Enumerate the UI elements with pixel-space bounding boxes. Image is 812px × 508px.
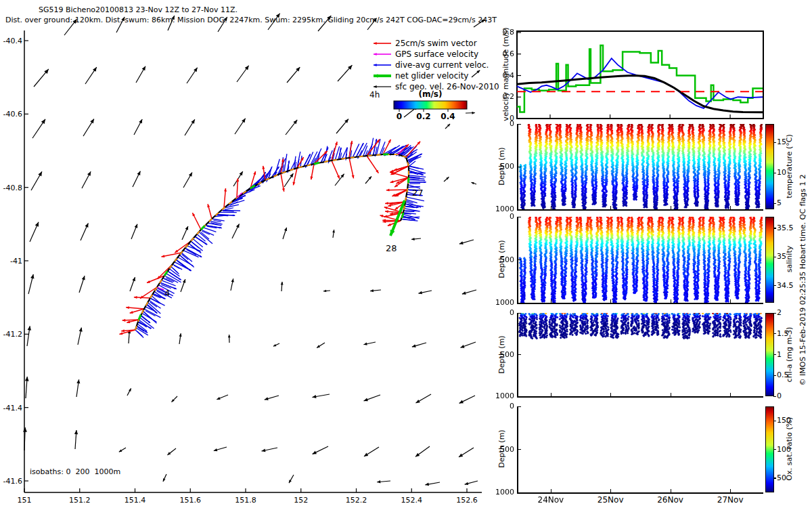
net-glider-velocity-arrow: [390, 200, 405, 236]
temperature-ytick-label: 500: [487, 162, 514, 171]
map-xtick-label: 151.4: [122, 496, 149, 505]
legend-colorbar-tick: 0.4: [441, 112, 455, 121]
oxygen-colorbar-tick: [773, 449, 776, 450]
date-tick-label: 27Nov: [710, 495, 750, 505]
dive-number-label: 27: [412, 188, 424, 198]
oxygen-ytick-label: 0: [487, 402, 514, 410]
date-tick-label: 25Nov: [590, 495, 631, 505]
velocity-chart: [516, 30, 764, 119]
temperature-colorbar-tick-label: 15: [777, 137, 800, 146]
chl-colorbar-tick: [773, 354, 776, 355]
temperature-xtick: [671, 206, 671, 209]
salinity-ytick-label: 0: [487, 212, 514, 221]
salinity-colorbar-tick: [773, 257, 776, 257]
legend-item-label: GPS surface velocity: [395, 49, 478, 59]
legend-colorbar-title: (m/s): [419, 89, 443, 99]
temperature-xtick: [551, 206, 551, 209]
chl-ytick: [518, 313, 521, 314]
velocity-series-dive-avg-current-velocity: [517, 58, 763, 108]
temperature-colorbar-tick-label: 5: [777, 198, 800, 207]
velocity-ytick-label: 0.6: [498, 49, 514, 58]
salinity-xtick: [551, 299, 551, 303]
legend-item-label: sfc geo. vel. 26-Nov-2010: [395, 82, 499, 91]
velocity-ytick-label: 0.4: [498, 71, 514, 80]
chl-colorbar-tick-label: 0.5: [777, 371, 800, 379]
map-xtick-label: 151.2: [66, 496, 93, 505]
salinity-ytick: [518, 217, 521, 217]
temperature-profile-canvas: [518, 124, 763, 209]
map-ytick-label: -40.4: [0, 37, 22, 45]
temperature-colorbar-tick: [773, 173, 776, 173]
map-xtick-label: 151.6: [177, 496, 204, 505]
dive-avg-current-arrows: [135, 138, 426, 338]
legend-item-label: net glider velocity: [395, 71, 468, 81]
salinity-ytick: [518, 303, 521, 303]
chl-colorbar-tick: [773, 333, 776, 334]
oxygen-colorbar-tick: [773, 478, 776, 478]
salinity-colorbar-tick-label: 35.5: [777, 224, 800, 232]
salinity-colorbar-tick: [773, 285, 776, 286]
map-panel: 2728425cm/s swim vectorGPS surface veloc…: [0, 0, 514, 508]
temperature-ytick: [518, 209, 521, 210]
legend-time-label: 4h: [369, 90, 380, 100]
chl-ytick-label: 1000: [487, 391, 514, 400]
salinity-colorbar-tick-label: 34.5: [777, 281, 800, 290]
salinity-colorbar-tick: [773, 228, 776, 228]
salinity-xtick: [610, 299, 611, 303]
chl-colorbar-tick-label: 0: [777, 391, 800, 400]
chl-colorbar-tick-label: 1: [777, 350, 800, 359]
date-tick-label: 24Nov: [531, 495, 571, 505]
chl-colorbar-tick-label: 1.5: [777, 329, 800, 338]
chl-ytick-label: 0: [487, 308, 514, 317]
map-ytick-label: -41: [0, 257, 22, 266]
chl-profile-canvas: [518, 313, 763, 396]
salinity-bottom-spine: [517, 303, 763, 304]
salinity-colorbar-tick-label: 35: [777, 252, 800, 261]
chl-xtick: [610, 393, 611, 396]
velocity-ytick-label: 0.2: [498, 92, 514, 101]
temperature-ytick: [518, 167, 521, 167]
chl-xtick: [730, 393, 731, 396]
oxygen-bottom-spine: [517, 492, 763, 494]
isobaths-label: isobaths: 0 200 1000m: [30, 467, 120, 476]
map-xtick-label: 152: [288, 496, 315, 505]
oxygen-ytick: [518, 406, 521, 407]
oxygen-xtick: [730, 489, 731, 492]
chl-ytick: [518, 354, 521, 355]
temperature-colorbar-tick: [773, 203, 776, 204]
velocity-ytick-label: 0.8: [498, 28, 514, 37]
chl-ytick-label: 500: [487, 350, 514, 359]
temperature-colorbar-tick: [773, 142, 776, 143]
chl-colorbar-tick: [773, 396, 776, 397]
map-ytick-label: -40.8: [0, 184, 22, 192]
salinity-ytick-label: 500: [487, 255, 514, 264]
legend-colorbar-tick: 0.2: [416, 112, 430, 121]
map-xtick-label: 152.2: [343, 496, 370, 505]
legend-item-label: dive-avg current veloc.: [395, 60, 489, 70]
oxygen-xtick: [671, 489, 671, 492]
oxygen-ytick-label: 1000: [487, 488, 514, 496]
map-xtick-label: 151.8: [232, 496, 259, 505]
figure-window: SG519 Bicheno20100813 23-Nov 12Z to 27-N…: [0, 0, 812, 508]
oxygen-colorbar-tick-label: 100: [777, 445, 800, 454]
salinity-xtick: [730, 299, 731, 303]
date-tick-label: 26Nov: [650, 495, 691, 505]
temperature-colorbar-tick-label: 10: [777, 168, 800, 177]
oxygen-ytick-label: 500: [487, 445, 514, 454]
map-legend: 25cm/s swim vectorGPS surface velocitydi…: [369, 39, 499, 121]
chl-xtick: [671, 393, 671, 396]
legend-item-label: 25cm/s swim vector: [395, 39, 477, 48]
oxygen-ytick: [518, 449, 521, 450]
temperature-xtick: [610, 206, 611, 209]
chl-colorbar-tick: [773, 313, 776, 314]
map-ytick-label: -41.6: [0, 477, 22, 486]
temperature-ytick-label: 0: [487, 119, 514, 128]
oxygen-colorbar-tick-label: 150: [777, 416, 800, 425]
map-ytick-label: -41.4: [0, 404, 22, 412]
map-ytick-label: -40.6: [0, 110, 22, 119]
legend-colorbar-tick: 0: [397, 112, 402, 121]
velocity-series-net-glider-velocity: [517, 45, 763, 112]
salinity-colorbar: [765, 217, 774, 303]
oxygen-colorbar-tick: [773, 421, 776, 421]
temperature-xtick: [730, 206, 731, 209]
